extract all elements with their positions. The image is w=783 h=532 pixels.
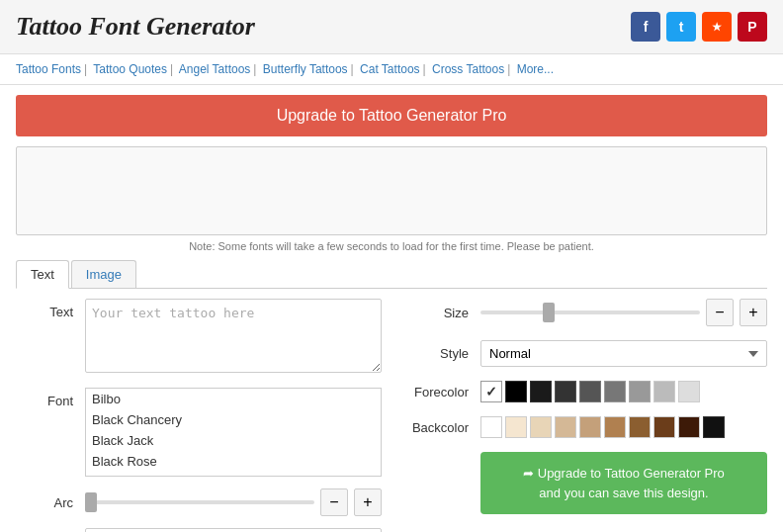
size-control: − +: [480, 299, 767, 326]
font-label: Font: [16, 388, 85, 408]
font-item-blackletter[interactable]: Blackletter: [86, 472, 381, 477]
forecolor-control: [480, 381, 767, 402]
backcolor-swatch-brown3[interactable]: [653, 416, 675, 438]
font-item-black-rose[interactable]: Black Rose: [86, 451, 381, 472]
arc-plus-button[interactable]: +: [354, 488, 382, 516]
backcolor-swatch-skin4[interactable]: [579, 416, 601, 438]
nav-link-tattoo-quotes[interactable]: Tattoo Quotes: [93, 62, 167, 76]
forecolor-swatches: [480, 381, 700, 402]
backcolor-swatch-skin2[interactable]: [530, 416, 552, 438]
forecolor-swatch-mid2[interactable]: [629, 381, 651, 402]
backcolor-swatch-brown1[interactable]: [604, 416, 626, 438]
pro-upgrade-label: ➦ Upgrade to Tattoo Generator Pro: [523, 466, 725, 481]
arc-label: Arc: [16, 495, 85, 510]
text-label: Text: [16, 299, 85, 319]
controls: Text Font Bilbo Black Chancery Black Jac…: [0, 299, 783, 532]
forecolor-swatch-mid1[interactable]: [604, 381, 626, 402]
reddit-icon[interactable]: ★: [702, 12, 732, 42]
backcolor-swatch-skin1[interactable]: [505, 416, 527, 438]
forecolor-row: Forecolor: [401, 381, 767, 402]
forecolor-swatch-light1[interactable]: [653, 381, 675, 402]
font-list[interactable]: Bilbo Black Chancery Black Jack Black Ro…: [85, 388, 382, 477]
backcolor-control: [480, 416, 767, 438]
backcolor-swatch-black[interactable]: [703, 416, 725, 438]
font-row: Font Bilbo Black Chancery Black Jack Bla…: [16, 388, 382, 477]
promo-banner[interactable]: Upgrade to Tattoo Generator Pro: [16, 95, 767, 136]
backcolor-swatch-brown2[interactable]: [629, 416, 651, 438]
arc-slider-container: − +: [85, 488, 382, 516]
facebook-icon[interactable]: f: [631, 12, 660, 42]
nav-bar: Tattoo Fonts| Tattoo Quotes| Angel Tatto…: [0, 54, 783, 85]
backcolor-label: Backcolor: [401, 420, 480, 435]
font-item-bilbo[interactable]: Bilbo: [86, 389, 381, 409]
tab-text[interactable]: Text: [16, 260, 69, 289]
forecolor-swatch-light2[interactable]: [678, 381, 700, 402]
forecolor-label: Forecolor: [401, 385, 480, 399]
nav-link-cross-tattoos[interactable]: Cross Tattoos: [432, 62, 504, 76]
pro-upgrade-sub: and you can save this design.: [539, 486, 708, 500]
text-input[interactable]: [85, 299, 382, 373]
backcolor-swatch-dark-brown[interactable]: [678, 416, 700, 438]
direction-row: Direction Up Down Left Right: [16, 528, 382, 532]
forecolor-swatch-dark2[interactable]: [579, 381, 601, 402]
nav-link-angel-tattoos[interactable]: Angel Tattoos: [179, 62, 251, 76]
arc-minus-button[interactable]: −: [320, 488, 348, 516]
font-control: Bilbo Black Chancery Black Jack Black Ro…: [85, 388, 382, 477]
text-control: [85, 299, 382, 376]
nav-link-cat-tattoos[interactable]: Cat Tattoos: [360, 62, 419, 76]
backcolor-swatch-skin3[interactable]: [555, 416, 576, 438]
pro-upgrade-area: ➦ Upgrade to Tattoo Generator Pro and yo…: [480, 452, 767, 514]
backcolor-swatches: [480, 416, 725, 438]
direction-select[interactable]: Up Down Left Right: [85, 528, 382, 532]
header: Tattoo Font Generator f t ★ P: [0, 0, 783, 54]
twitter-icon[interactable]: t: [666, 12, 696, 42]
forecolor-swatch-black1[interactable]: [505, 381, 527, 402]
style-select[interactable]: Normal Bold Italic Bold Italic: [480, 340, 767, 367]
pro-upgrade-button[interactable]: ➦ Upgrade to Tattoo Generator Pro and yo…: [480, 452, 767, 514]
tabs: Text Image: [16, 260, 767, 289]
font-item-black-chancery[interactable]: Black Chancery: [86, 409, 381, 430]
size-plus-button[interactable]: +: [740, 299, 767, 326]
canvas-area: [16, 146, 767, 235]
arc-slider[interactable]: [85, 500, 314, 504]
forecolor-swatch-white[interactable]: [480, 381, 502, 402]
forecolor-swatch-dark1[interactable]: [555, 381, 576, 402]
style-control: Normal Bold Italic Bold Italic: [480, 340, 767, 367]
nav-link-more[interactable]: More...: [517, 62, 554, 76]
forecolor-swatch-black2[interactable]: [530, 381, 552, 402]
pinterest-icon[interactable]: P: [738, 12, 767, 42]
canvas-note: Note: Some fonts will take a few seconds…: [0, 235, 783, 260]
style-label: Style: [401, 346, 480, 361]
app-title: Tattoo Font Generator: [16, 12, 255, 42]
social-icons: f t ★ P: [631, 12, 767, 42]
left-panel: Text Font Bilbo Black Chancery Black Jac…: [16, 299, 382, 532]
tab-image[interactable]: Image: [71, 260, 136, 288]
size-label: Size: [401, 306, 480, 320]
backcolor-swatch-white[interactable]: [480, 416, 502, 438]
text-row: Text: [16, 299, 382, 376]
page-wrapper: Tattoo Font Generator f t ★ P Tattoo Fon…: [0, 0, 783, 532]
font-item-black-jack[interactable]: Black Jack: [86, 430, 381, 451]
style-row: Style Normal Bold Italic Bold Italic: [401, 340, 767, 367]
right-panel: Size − + Style Normal Bold Italic Bold I…: [401, 299, 767, 532]
nav-link-butterfly-tattoos[interactable]: Butterfly Tattoos: [263, 62, 348, 76]
nav-link-tattoo-fonts[interactable]: Tattoo Fonts: [16, 62, 81, 76]
arc-row: Arc − +: [16, 488, 382, 516]
size-row: Size − +: [401, 299, 767, 326]
backcolor-row: Backcolor: [401, 416, 767, 438]
size-minus-button[interactable]: −: [706, 299, 734, 326]
size-slider[interactable]: [480, 310, 700, 314]
